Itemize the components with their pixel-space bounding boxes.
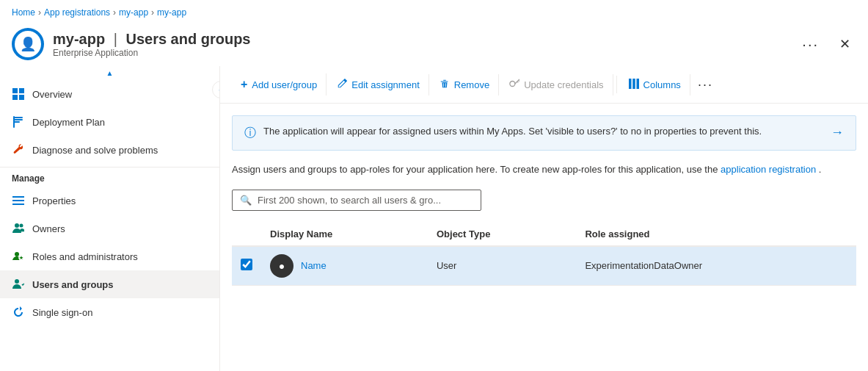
sidebar-item-label: Users and groups <box>32 279 114 290</box>
app-registration-link[interactable]: application registration <box>721 164 816 175</box>
svg-point-12 <box>20 224 23 228</box>
sidebar-item-label: Overview <box>32 89 72 100</box>
svg-point-11 <box>15 223 19 228</box>
breadcrumb-app-registrations[interactable]: App registrations <box>44 7 110 18</box>
app-header: 👤 my-app | Users and groups Enterprise A… <box>0 25 868 66</box>
sidebar-item-deployment-plan[interactable]: Deployment Plan <box>0 108 219 136</box>
sidebar-item-users-groups[interactable]: Users and groups <box>0 270 219 298</box>
toolbar-separator <box>616 76 617 93</box>
breadcrumb-my-app-2[interactable]: my-app <box>157 7 186 18</box>
description-text: Assign users and groups to app-roles for… <box>232 162 856 178</box>
sidebar-item-label: Diagnose and solve problems <box>32 145 158 156</box>
header-ellipsis-button[interactable]: ··· <box>796 33 825 56</box>
table-header-object-type: Object Type <box>428 223 576 246</box>
header-actions: ··· ✕ <box>796 33 856 56</box>
svg-rect-18 <box>636 79 639 89</box>
content-body: ⓘ The application will appear for assign… <box>220 104 868 371</box>
object-type-cell: User <box>428 246 576 286</box>
key-icon <box>509 79 519 91</box>
book-icon <box>12 115 25 129</box>
svg-point-13 <box>15 252 19 256</box>
people-check-icon <box>12 278 25 291</box>
sidebar-item-label: Single sign-on <box>32 307 92 318</box>
manage-section-label: Manage <box>0 167 219 187</box>
app-title-block: my-app | Users and groups Enterprise App… <box>53 31 251 58</box>
wrench-icon <box>12 143 25 156</box>
grid-icon <box>12 87 25 101</box>
role-assigned-cell: ExperimentationDataOwner <box>576 246 856 286</box>
user-name-link[interactable]: Name <box>301 260 327 271</box>
svg-rect-5 <box>14 119 23 120</box>
toolbar-more-button[interactable]: ··· <box>692 74 719 96</box>
close-button[interactable]: ✕ <box>834 33 856 55</box>
sidebar-item-owners[interactable]: Owners <box>0 215 219 242</box>
table-header-row: Display Name Object Type Role assigned <box>232 223 856 246</box>
info-banner-text: The application will appear for assigned… <box>263 125 762 138</box>
bars-icon <box>12 194 25 207</box>
table-header-checkbox <box>232 223 261 246</box>
sidebar-item-label: Properties <box>32 195 76 206</box>
remove-button[interactable]: Remove <box>431 74 499 96</box>
info-banner: ⓘ The application will appear for assign… <box>232 115 856 151</box>
add-user-group-button[interactable]: + Add user/group <box>232 73 327 96</box>
sidebar-item-label: Roles and administrators <box>32 251 138 262</box>
info-icon: ⓘ <box>244 126 256 141</box>
info-banner-arrow-button[interactable]: → <box>831 125 844 140</box>
table-row: ●NameUserExperimentationDataOwner <box>232 246 856 286</box>
edit-assignment-button[interactable]: Edit assignment <box>328 74 429 96</box>
people-icon <box>12 222 25 235</box>
data-table: Display Name Object Type Role assigned ●… <box>232 223 856 286</box>
svg-rect-17 <box>632 79 635 89</box>
sidebar-item-properties[interactable]: Properties <box>0 187 219 215</box>
main-layout: « ▲ Overview Deployment Plan Diagnose an… <box>0 66 868 371</box>
svg-rect-0 <box>12 88 18 93</box>
content-area: + Add user/group Edit assignment Remove <box>220 66 868 371</box>
app-subtitle: Enterprise Application <box>53 48 251 58</box>
svg-rect-1 <box>19 88 24 93</box>
svg-rect-9 <box>12 200 24 201</box>
edit-icon <box>337 79 347 91</box>
svg-point-15 <box>510 81 515 86</box>
svg-rect-4 <box>14 117 23 118</box>
svg-rect-6 <box>14 121 20 123</box>
person-star-icon <box>12 250 25 263</box>
svg-rect-3 <box>19 95 24 100</box>
search-box: 🔍 <box>232 190 481 211</box>
breadcrumb: Home › App registrations › my-app › my-a… <box>0 0 868 25</box>
sidebar-item-roles[interactable]: Roles and administrators <box>0 242 219 270</box>
refresh-circle-icon <box>12 306 25 319</box>
toolbar: + Add user/group Edit assignment Remove <box>220 66 868 104</box>
avatar: ● <box>270 254 293 278</box>
app-avatar: 👤 <box>12 28 44 60</box>
breadcrumb-my-app-1[interactable]: my-app <box>119 7 148 18</box>
svg-rect-7 <box>13 116 15 128</box>
plus-icon: + <box>241 78 247 91</box>
sidebar-item-diagnose[interactable]: Diagnose and solve problems <box>0 136 219 164</box>
columns-icon <box>629 79 639 91</box>
search-icon: 🔍 <box>240 195 252 206</box>
page-title: my-app | Users and groups <box>53 31 251 48</box>
svg-rect-8 <box>12 196 24 198</box>
table-header-display-name: Display Name <box>261 223 428 246</box>
breadcrumb-home[interactable]: Home <box>12 7 35 18</box>
row-checkbox[interactable] <box>241 259 252 270</box>
columns-button[interactable]: Columns <box>620 74 690 96</box>
sidebar: « ▲ Overview Deployment Plan Diagnose an… <box>0 66 220 371</box>
scroll-up-icon: ▲ <box>106 69 114 77</box>
table-header-role-assigned: Role assigned <box>576 223 856 246</box>
avatar-icon: 👤 <box>20 36 36 52</box>
sidebar-item-label: Deployment Plan <box>32 117 105 128</box>
sidebar-item-label: Owners <box>32 223 65 234</box>
search-input[interactable] <box>258 195 473 206</box>
sidebar-item-single-sign-on[interactable]: Single sign-on <box>0 298 219 326</box>
app-header-left: 👤 my-app | Users and groups Enterprise A… <box>12 28 251 60</box>
svg-point-14 <box>15 279 19 284</box>
svg-rect-2 <box>12 95 18 100</box>
svg-rect-10 <box>12 203 24 205</box>
sidebar-item-overview[interactable]: Overview <box>0 80 219 108</box>
update-credentials-button[interactable]: Update credentials <box>500 74 613 96</box>
svg-rect-16 <box>629 79 632 89</box>
trash-icon <box>440 79 450 91</box>
sidebar-scroll-up: ▲ <box>0 66 219 80</box>
